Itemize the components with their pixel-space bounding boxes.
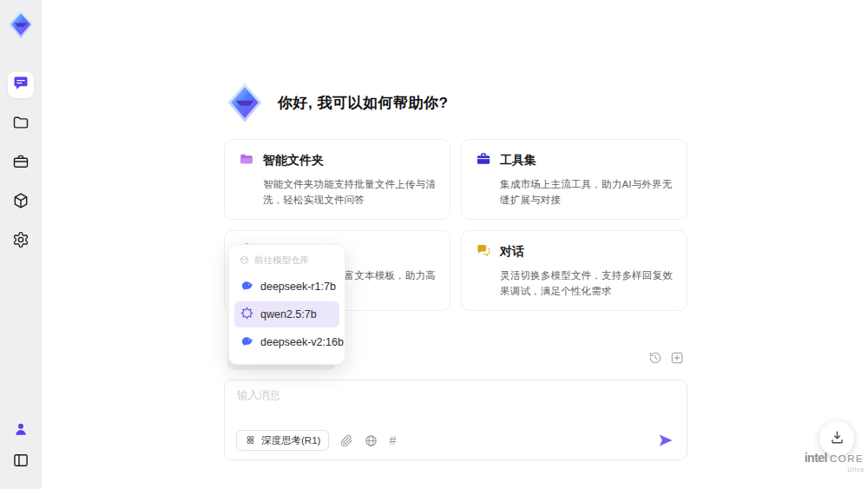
- greeting: 你好, 我可以如何帮助你?: [224, 82, 448, 123]
- card-toolset[interactable]: 工具集 集成市场上主流工具，助力AI与外界无缝扩展与对接: [461, 139, 687, 220]
- card-desc: 集成市场上主流工具，助力AI与外界无缝扩展与对接: [500, 176, 673, 208]
- history-icon[interactable]: [648, 351, 662, 365]
- panel-toggle-icon: [12, 452, 30, 472]
- send-button[interactable]: [657, 432, 674, 449]
- sidebar-item-chat[interactable]: [8, 72, 34, 98]
- chat-bubbles-icon: [476, 242, 491, 261]
- greeting-logo-icon: [224, 82, 266, 123]
- deep-think-toggle[interactable]: 深度思考(R1): [236, 430, 329, 451]
- input-toolbar: 深度思考(R1) #: [236, 430, 674, 451]
- web-search-icon[interactable]: [365, 434, 378, 447]
- sidebar-item-collapse[interactable]: [8, 449, 34, 475]
- message-input[interactable]: [237, 388, 671, 425]
- model-option-deepseek-r1[interactable]: deepseek-r1:7b: [234, 274, 339, 300]
- card-title: 工具集: [500, 153, 536, 169]
- sidebar-nav: [8, 72, 34, 268]
- sidebar-item-models[interactable]: [8, 189, 34, 215]
- app-window: 你好, 我可以如何帮助你? 智能文件夹 智能文件夹功能支持批量文件上传与清洗，轻…: [0, 0, 868, 489]
- card-conversation[interactable]: 对话 灵活切换多模型文件，支持多样回复效果调试，满足个性化需求: [461, 230, 687, 311]
- model-repo-link[interactable]: 前往模型仓库: [229, 250, 345, 272]
- new-chat-icon[interactable]: [670, 351, 684, 365]
- chat-icon: [12, 75, 30, 96]
- deepseek-whale-icon: [240, 334, 253, 350]
- atom-icon: [245, 434, 256, 447]
- user-icon: [12, 420, 30, 441]
- card-desc: 智能文件夹功能支持批量文件上传与清洗，轻松实现文件问答: [263, 176, 436, 208]
- sidebar-item-settings[interactable]: [8, 228, 34, 254]
- sidebar-item-folders[interactable]: [8, 111, 34, 137]
- greeting-title: 你好, 我可以如何帮助你?: [278, 93, 448, 113]
- card-desc: 灵活切换多模型文件，支持多样回复效果调试，满足个性化需求: [500, 268, 673, 300]
- model-option-label: qwen2.5:7b: [260, 308, 317, 320]
- download-icon: [829, 429, 845, 449]
- card-smart-folder[interactable]: 智能文件夹 智能文件夹功能支持批量文件上传与清洗，轻松实现文件问答: [224, 139, 450, 220]
- cube-icon: [12, 192, 30, 213]
- app-logo-icon: [6, 10, 36, 39]
- sidebar: [0, 0, 42, 489]
- model-option-label: deepseek-r1:7b: [260, 281, 336, 293]
- deepseek-whale-icon: [240, 279, 253, 294]
- attachment-icon[interactable]: [340, 434, 353, 447]
- folder-icon: [12, 114, 30, 135]
- model-option-qwen[interactable]: qwen2.5:7b: [234, 301, 339, 327]
- prompt-tag-icon[interactable]: #: [389, 434, 396, 446]
- intel-core-logo: intel CORE Ultra: [804, 452, 865, 472]
- deep-think-label: 深度思考(R1): [261, 434, 320, 447]
- gear-icon: [12, 231, 30, 252]
- model-dropdown: 前往模型仓库 deepseek-r1:7b qwen2.5:7b deepsee…: [228, 244, 345, 365]
- sidebar-item-toolbox[interactable]: [8, 150, 34, 176]
- card-title: 对话: [500, 244, 524, 260]
- sidebar-item-account[interactable]: [8, 418, 34, 444]
- intel-wordmark: intel: [805, 452, 827, 464]
- intel-tier-label: Ultra: [804, 466, 865, 472]
- model-repo-label: 前往模型仓库: [254, 254, 309, 267]
- qwen-icon: [240, 307, 253, 322]
- model-option-label: deepseek-v2:16b: [260, 336, 344, 348]
- smart-folder-icon: [239, 151, 254, 170]
- repo-box-icon: [240, 255, 249, 267]
- model-option-deepseek-v2[interactable]: deepseek-v2:16b: [234, 329, 339, 355]
- sidebar-bottom: [8, 418, 34, 480]
- core-wordmark: CORE: [830, 454, 864, 465]
- briefcase-icon: [12, 153, 30, 174]
- chat-input-box: 深度思考(R1) #: [224, 380, 687, 460]
- toolset-icon: [476, 151, 491, 170]
- card-title: 智能文件夹: [263, 153, 324, 169]
